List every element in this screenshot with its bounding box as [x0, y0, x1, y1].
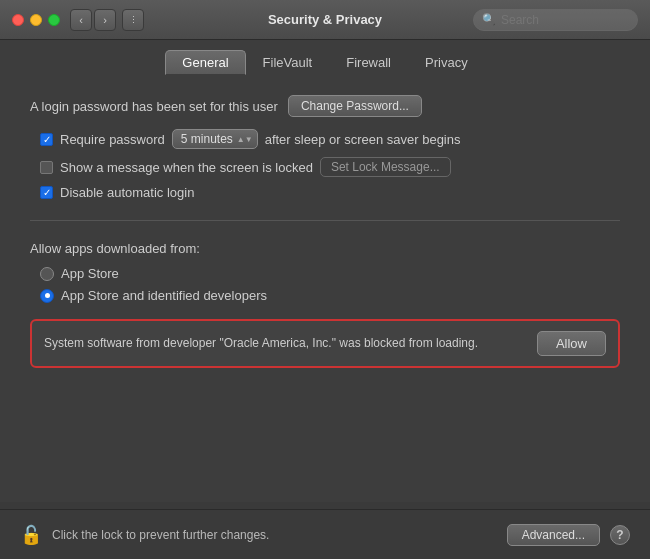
dropdown-value: 5 minutes [181, 132, 233, 146]
section-divider [30, 220, 620, 221]
after-sleep-label: after sleep or screen saver begins [265, 132, 461, 147]
notification-text: System software from developer "Oracle A… [44, 335, 521, 352]
search-input[interactable] [501, 13, 629, 27]
notification-box: System software from developer "Oracle A… [30, 319, 620, 368]
dropdown-arrow-icon: ▲▼ [237, 135, 253, 144]
show-message-label: Show a message when the screen is locked [60, 160, 313, 175]
radio-appstore-label: App Store [61, 266, 119, 281]
help-button[interactable]: ? [610, 525, 630, 545]
radio-appstore[interactable] [40, 267, 54, 281]
radio-appstore-identified-label: App Store and identified developers [61, 288, 267, 303]
nav-buttons: ‹ › [70, 9, 116, 31]
radio-appstore-row: App Store [30, 266, 620, 281]
allow-button[interactable]: Allow [537, 331, 606, 356]
tab-firewall[interactable]: Firewall [329, 50, 408, 75]
disable-autologin-row: ✓ Disable automatic login [30, 185, 620, 200]
radio-appstore-identified-row: App Store and identified developers [30, 288, 620, 303]
disable-autologin-checkbox[interactable]: ✓ [40, 186, 53, 199]
show-message-row: Show a message when the screen is locked… [30, 157, 620, 177]
lock-text: Click the lock to prevent further change… [52, 528, 269, 542]
tab-general[interactable]: General [165, 50, 245, 75]
radio-appstore-identified[interactable] [40, 289, 54, 303]
require-password-row: ✓ Require password 5 minutes ▲▼ after sl… [30, 129, 620, 149]
change-password-button[interactable]: Change Password... [288, 95, 422, 117]
password-set-row: A login password has been set for this u… [30, 95, 620, 117]
allow-apps-title: Allow apps downloaded from: [30, 241, 620, 256]
show-message-checkbox[interactable] [40, 161, 53, 174]
search-icon: 🔍 [482, 13, 496, 26]
forward-button[interactable]: › [94, 9, 116, 31]
set-lock-message-button[interactable]: Set Lock Message... [320, 157, 451, 177]
tab-filevault[interactable]: FileVault [246, 50, 330, 75]
search-box[interactable]: 🔍 [473, 9, 638, 31]
tab-privacy[interactable]: Privacy [408, 50, 485, 75]
close-button[interactable] [12, 14, 24, 26]
main-content: A login password has been set for this u… [0, 75, 650, 502]
window-title: Security & Privacy [268, 12, 382, 27]
advanced-button[interactable]: Advanced... [507, 524, 600, 546]
lock-icon[interactable]: 🔓 [20, 524, 42, 546]
require-password-label: Require password [60, 132, 165, 147]
maximize-button[interactable] [48, 14, 60, 26]
minimize-button[interactable] [30, 14, 42, 26]
grid-button[interactable]: ⋮ [122, 9, 144, 31]
bottom-bar: 🔓 Click the lock to prevent further chan… [0, 509, 650, 559]
traffic-lights [12, 14, 60, 26]
titlebar: ‹ › ⋮ Security & Privacy 🔍 [0, 0, 650, 40]
password-set-label: A login password has been set for this u… [30, 99, 278, 114]
back-button[interactable]: ‹ [70, 9, 92, 31]
disable-autologin-label: Disable automatic login [60, 185, 194, 200]
tabs-bar: General FileVault Firewall Privacy [0, 40, 650, 75]
require-password-checkbox[interactable]: ✓ [40, 133, 53, 146]
password-time-dropdown[interactable]: 5 minutes ▲▼ [172, 129, 258, 149]
